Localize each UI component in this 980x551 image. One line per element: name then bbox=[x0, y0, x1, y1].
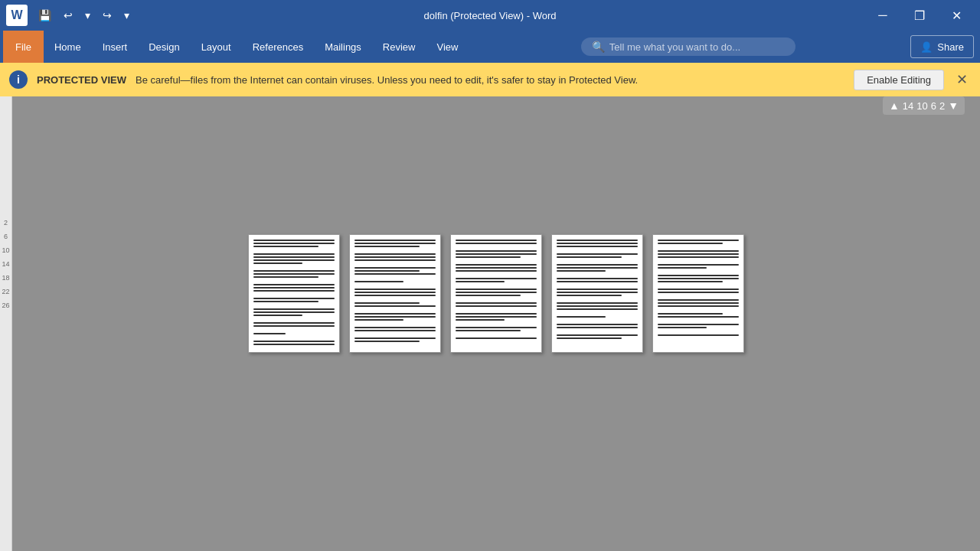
word-icon: W bbox=[6, 5, 28, 26]
menu-design[interactable]: Design bbox=[138, 31, 190, 63]
window-controls: ─ ❐ ✕ bbox=[865, 3, 974, 28]
share-button[interactable]: 👤 Share bbox=[910, 35, 974, 58]
quick-access-toolbar: 💾 ↩ ▾ ↪ ▾ bbox=[34, 6, 134, 24]
horizontal-ruler: ▲ 14 10 6 2 ▼ bbox=[883, 96, 965, 115]
search-wrap: 🔍 bbox=[581, 37, 795, 56]
ruler-num-18: 18 bbox=[2, 274, 9, 282]
window-title: dolfin (Protected View) - Word bbox=[424, 10, 557, 21]
menu-mailings[interactable]: Mailings bbox=[314, 31, 372, 63]
redo-button[interactable]: ↪ bbox=[98, 6, 116, 24]
pages-row bbox=[248, 234, 744, 353]
share-icon: 👤 bbox=[920, 41, 933, 53]
menu-review[interactable]: Review bbox=[372, 31, 426, 63]
menu-view[interactable]: View bbox=[426, 31, 469, 63]
page-3 bbox=[450, 234, 542, 353]
ruler-num-2: 2 bbox=[4, 219, 8, 227]
menu-insert[interactable]: Insert bbox=[92, 31, 139, 63]
ruler-up-arrow: ▲ bbox=[889, 99, 900, 112]
page-2 bbox=[349, 234, 441, 353]
ruler-num-2: 2 bbox=[939, 100, 945, 112]
info-icon: i bbox=[9, 70, 28, 89]
ruler-num-14: 14 bbox=[2, 260, 9, 268]
ruler-num-22: 22 bbox=[2, 288, 9, 295]
ruler-down-arrow: ▼ bbox=[948, 99, 959, 112]
restore-button[interactable]: ❐ bbox=[902, 3, 937, 28]
search-area: 🔍 bbox=[469, 31, 907, 63]
close-button[interactable]: ✕ bbox=[939, 3, 974, 28]
menu-layout[interactable]: Layout bbox=[191, 31, 242, 63]
close-bar-button[interactable]: ✕ bbox=[953, 71, 971, 88]
page-4 bbox=[551, 234, 643, 353]
ruler-num-6: 6 bbox=[931, 100, 936, 112]
page-4-content bbox=[552, 235, 642, 352]
undo-button[interactable]: ↩ bbox=[59, 6, 77, 24]
menu-references[interactable]: References bbox=[242, 31, 314, 63]
menu-home[interactable]: Home bbox=[44, 31, 92, 63]
enable-editing-button[interactable]: Enable Editing bbox=[854, 70, 944, 90]
ruler-num-10: 10 bbox=[916, 100, 927, 112]
document-canvas[interactable]: ▲ 14 10 6 2 ▼ bbox=[12, 96, 980, 551]
customize-button[interactable]: ▾ bbox=[119, 6, 134, 24]
protected-view-bar: i PROTECTED VIEW Be careful—files from t… bbox=[0, 63, 980, 96]
ruler-num-6: 6 bbox=[4, 233, 8, 240]
search-icon: 🔍 bbox=[592, 41, 605, 53]
undo-dropdown[interactable]: ▾ bbox=[80, 6, 95, 24]
page-3-content bbox=[451, 235, 541, 352]
search-input[interactable] bbox=[609, 41, 785, 53]
vertical-ruler: 2 6 10 14 18 22 26 bbox=[0, 96, 12, 551]
minimize-button[interactable]: ─ bbox=[865, 3, 900, 28]
page-5-content bbox=[653, 235, 743, 352]
page-1 bbox=[248, 234, 340, 353]
ruler-num-26: 26 bbox=[2, 302, 9, 309]
share-label: Share bbox=[937, 41, 964, 53]
ribbon-menu-bar: File Home Insert Design Layout Reference… bbox=[0, 31, 980, 63]
protected-view-message: Be careful—files from the Internet can c… bbox=[136, 74, 844, 86]
title-bar: W 💾 ↩ ▾ ↪ ▾ dolfin (Protected View) - Wo… bbox=[0, 0, 980, 31]
title-bar-left: W 💾 ↩ ▾ ↪ ▾ bbox=[6, 5, 134, 26]
menu-file[interactable]: File bbox=[3, 31, 44, 63]
ruler-num-10: 10 bbox=[2, 246, 9, 254]
document-area: 2 6 10 14 18 22 26 ▲ 14 10 6 2 ▼ bbox=[0, 96, 980, 551]
page-2-content bbox=[350, 235, 440, 352]
ruler-num-14: 14 bbox=[903, 100, 913, 112]
page-5 bbox=[652, 234, 744, 353]
protected-view-label: PROTECTED VIEW bbox=[37, 74, 126, 86]
page-1-content bbox=[249, 235, 339, 352]
save-button[interactable]: 💾 bbox=[34, 6, 56, 24]
